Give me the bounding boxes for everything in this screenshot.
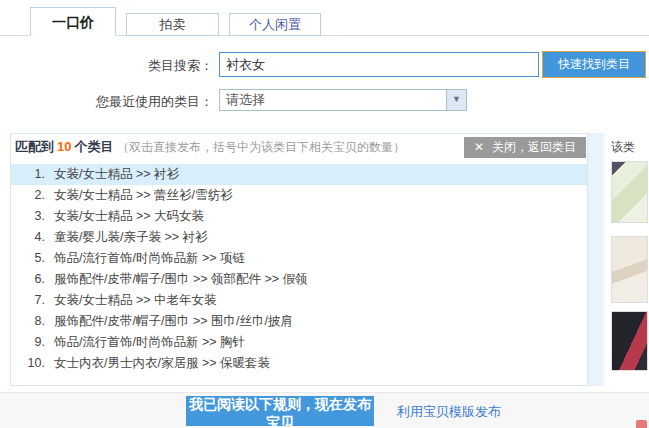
tab-personal-secondhand[interactable]: 个人闲置 [229,13,321,36]
close-label: 关闭，返回类目 [492,140,576,154]
category-item-4[interactable]: 4. 童装/婴儿装/亲子装 >> 衬衫 [11,227,587,248]
chevron-down-icon[interactable]: ▼ [446,90,466,110]
category-search-input[interactable] [219,52,539,77]
category-item-2[interactable]: 2. 女装/女士精品 >> 蕾丝衫/雪纺衫 [11,185,587,206]
recent-category-value: 请选择 [226,92,265,107]
category-item-7[interactable]: 7. 女装/女士精品 >> 中老年女装 [11,290,587,311]
category-item-9[interactable]: 9. 饰品/流行首饰/时尚饰品新 >> 胸针 [11,332,587,353]
category-preview-panel: 该类 [604,133,649,386]
recent-category-select[interactable]: 请选择 ▼ [219,89,467,111]
listing-type-tabbar: 一口价 拍卖 个人闲置 [0,0,649,36]
matched-category-list: 1. 女装/女士精品 >> 衬衫 2. 女装/女士精品 >> 蕾丝衫/雪纺衫 3… [11,164,587,374]
category-search-label: 类目搜索： [8,57,213,75]
matched-prefix: 匹配到 [15,139,54,154]
category-item-6[interactable]: 6. 服饰配件/皮带/帽子/围巾 >> 领部配件 >> 假领 [11,269,587,290]
tab-fixed-price[interactable]: 一口价 [30,7,116,36]
matched-count: 10 [54,139,74,154]
matched-categories-panel: 匹配到10个类目 （双击直接发布，括号中为该类目下相关宝贝的数量） ✕关闭，返回… [10,133,588,386]
tab-auction[interactable]: 拍卖 [126,13,219,36]
close-return-category-button[interactable]: ✕关闭，返回类目 [464,137,586,158]
category-item-1[interactable]: 1. 女装/女士精品 >> 衬衫 [11,164,587,185]
category-item-8[interactable]: 8. 服饰配件/皮带/帽子/围巾 >> 围巾/丝巾/披肩 [11,311,587,332]
corner-red-fragment [636,420,647,428]
footer-bar: 我已阅读以下规则，现在发布宝贝 利用宝贝模版发布 [0,392,649,428]
category-item-10[interactable]: 10. 女士内衣/男士内衣/家居服 >> 保暖套装 [11,353,587,374]
green-shirt-thumbnail[interactable] [611,161,648,223]
matched-suffix: 个类目 [74,139,113,154]
category-item-3[interactable]: 3. 女装/女士精品 >> 大码女装 [11,206,587,227]
dark-red-lace-thumbnail[interactable] [611,311,648,371]
beige-item-thumbnail[interactable] [611,236,648,303]
quick-find-category-button[interactable]: 快速找到类目 [542,51,646,78]
close-icon: ✕ [474,140,484,154]
matched-hint: （双击直接发布，括号中为该类目下相关宝贝的数量） [117,140,405,154]
recent-category-label: 您最近使用的类目： [8,93,213,111]
publish-now-button[interactable]: 我已阅读以下规则，现在发布宝贝 [186,396,374,426]
panel-gap-strip [588,133,603,386]
matched-categories-header: 匹配到10个类目 （双击直接发布，括号中为该类目下相关宝贝的数量） ✕关闭，返回… [11,134,587,162]
category-item-5[interactable]: 5. 饰品/流行首饰/时尚饰品新 >> 项链 [11,248,587,269]
use-template-link[interactable]: 利用宝贝模版发布 [397,403,501,421]
publish-item-page: 一口价 拍卖 个人闲置 类目搜索： 快速找到类目 您最近使用的类目： 请选择 ▼… [0,0,649,428]
preview-panel-title: 该类 [611,139,649,156]
